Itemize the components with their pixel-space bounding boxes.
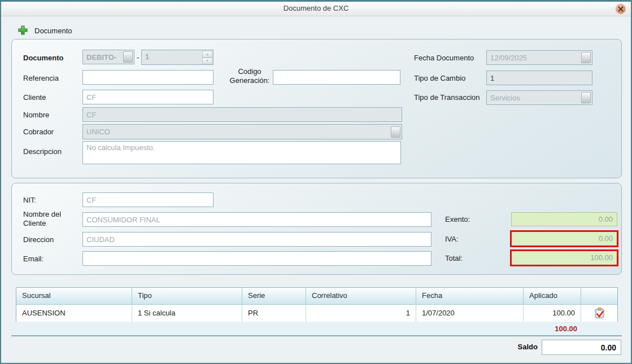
- fecha-documento-value: 12/09/2025: [487, 54, 580, 62]
- cobrador-select[interactable]: UNICO ▼: [82, 124, 402, 139]
- col-header-aplicado[interactable]: Aplicado: [524, 288, 581, 304]
- total-value: 100.00: [512, 251, 617, 265]
- table-header-row: Sucursal Tipo Serie Correlativo Fecha Ap…: [16, 288, 617, 304]
- tipo-transaccion-label: Tipo de Transaccion: [414, 93, 480, 102]
- edit-document-icon[interactable]: [594, 307, 605, 321]
- cell-actions: [581, 304, 617, 322]
- chevron-down-icon[interactable]: ▼: [581, 52, 591, 63]
- cobrador-label: Cobrador: [23, 128, 54, 136]
- cell-aplicado: 100.00: [524, 304, 581, 322]
- email-input[interactable]: [82, 251, 431, 266]
- col-header-actions: [581, 288, 617, 304]
- referencia-input[interactable]: [82, 70, 213, 85]
- section-header-documento: Documento: [34, 27, 72, 35]
- fecha-documento-label: Fecha Documento: [414, 54, 474, 62]
- col-header-tipo[interactable]: Tipo: [132, 288, 242, 304]
- col-header-serie[interactable]: Serie: [242, 288, 306, 304]
- spinner-up-icon[interactable]: ▲: [202, 51, 212, 58]
- iva-value: 0.00: [512, 232, 617, 245]
- window-title: Documento de CXC: [1, 4, 631, 12]
- tipo-cambio-label: Tipo de Cambio: [414, 74, 465, 82]
- chevron-down-icon[interactable]: ▼: [123, 51, 133, 63]
- total-label: Total:: [445, 254, 463, 262]
- documento-numero-value: 1: [142, 50, 202, 64]
- cell-correlativo: 1: [306, 304, 416, 322]
- iva-label: IVA:: [445, 235, 459, 243]
- col-header-correlativo[interactable]: Correlativo: [306, 288, 416, 304]
- client-panel: NIT: Nombre del Cliente Exento: 0.00 Dir…: [11, 183, 622, 275]
- title-bar[interactable]: Documento de CXC: [1, 2, 631, 16]
- nombre-cliente-label: Nombre del Cliente: [23, 210, 77, 228]
- tipo-transaccion-value: Servicios: [487, 94, 580, 102]
- nombre-input[interactable]: [82, 107, 402, 122]
- total-aplicado: 100.00: [555, 324, 577, 333]
- exento-field: 0.00: [511, 212, 617, 226]
- fecha-documento-select[interactable]: 12/09/2025 ▼: [486, 50, 592, 65]
- cell-tipo: 1 Si calcula: [132, 304, 242, 322]
- direccion-label: Direccion: [23, 235, 54, 244]
- iva-field-highlighted: 0.00: [510, 230, 618, 247]
- document-cxc-dialog: Documento de CXC Documento: [0, 0, 632, 364]
- cliente-input[interactable]: [82, 90, 213, 104]
- cell-serie: PR: [242, 304, 306, 322]
- referencia-label: Referencia: [23, 74, 59, 82]
- saldo-input[interactable]: [542, 340, 621, 355]
- chevron-down-icon[interactable]: ▼: [581, 92, 591, 103]
- documento-label: Documento: [23, 54, 64, 62]
- applied-documents-table: Sucursal Tipo Serie Correlativo Fecha Ap…: [16, 287, 618, 322]
- cobrador-value: UNICO: [83, 128, 390, 136]
- table-row[interactable]: AUSENSION 1 Si calcula PR 1 1/07/2020 10…: [16, 304, 617, 322]
- nit-input[interactable]: [82, 192, 213, 207]
- nombre-label: Nombre: [23, 111, 49, 119]
- chevron-down-icon[interactable]: ▼: [391, 126, 400, 138]
- saldo-label: Saldo: [453, 343, 538, 351]
- cell-sucursal: AUSENSION: [16, 304, 132, 322]
- nit-label: NIT:: [23, 196, 36, 204]
- exento-label: Exento:: [445, 215, 470, 223]
- cell-fecha: 1/07/2020: [416, 304, 524, 322]
- nombre-cliente-input[interactable]: [82, 212, 431, 227]
- spinner-down-icon[interactable]: ▼: [202, 58, 212, 64]
- col-header-sucursal[interactable]: Sucursal: [16, 288, 132, 304]
- email-label: Email:: [23, 255, 43, 263]
- close-icon[interactable]: [615, 3, 626, 15]
- cliente-label: Cliente: [23, 93, 46, 102]
- tipo-documento-select[interactable]: DEBITO- ▼: [82, 50, 134, 64]
- direccion-input[interactable]: [82, 232, 431, 247]
- document-panel: Documento DEBITO- ▼ - 1 ▲ ▼ Fecha Docume…: [11, 39, 622, 178]
- total-field-highlighted: 100.00: [510, 249, 618, 266]
- tipo-documento-value: DEBITO-: [83, 53, 122, 62]
- tipo-cambio-input[interactable]: [486, 71, 592, 85]
- codigo-generacion-label: Codigo Generación:: [226, 67, 273, 85]
- tipo-transaccion-select[interactable]: Servicios ▼: [486, 90, 592, 105]
- documento-numero-spinner[interactable]: 1 ▲ ▼: [141, 50, 213, 65]
- documento-separator: -: [137, 53, 139, 62]
- add-document-icon[interactable]: [18, 25, 28, 36]
- codigo-generacion-input[interactable]: [273, 70, 400, 85]
- col-header-fecha[interactable]: Fecha: [416, 288, 524, 304]
- descripcion-label: Descripcion: [23, 147, 62, 156]
- table-footer: 100.00: [11, 322, 622, 336]
- descripcion-textarea[interactable]: No calcula Impuesto.: [82, 141, 401, 164]
